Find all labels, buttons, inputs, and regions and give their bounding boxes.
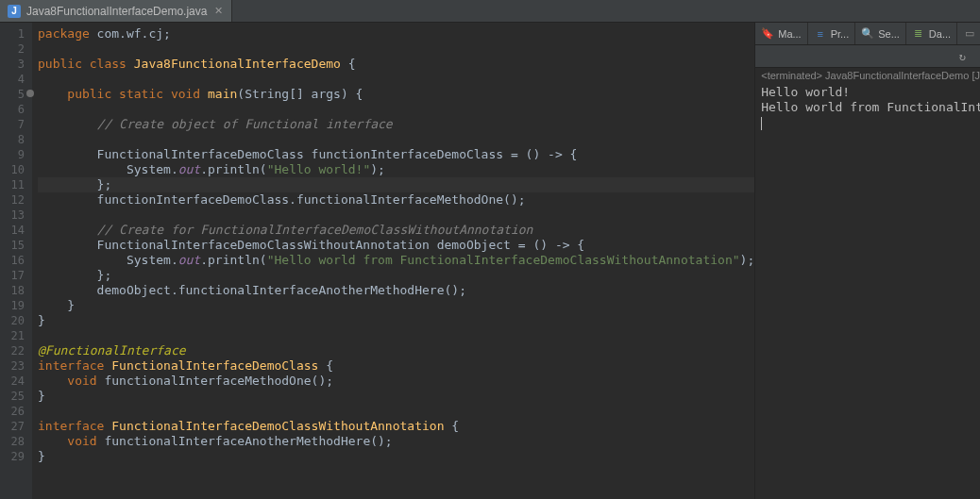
- code-area[interactable]: package com.wf.cj; public class Java8Fun…: [32, 23, 754, 499]
- line-number[interactable]: 22: [0, 343, 32, 358]
- code-line: void functionalInterfaceMethodOne();: [38, 374, 754, 389]
- code-line: }: [38, 313, 754, 328]
- code-line: interface FunctionalInterfaceDemoClassWi…: [38, 419, 754, 434]
- line-number[interactable]: 10: [0, 162, 32, 177]
- view-tab[interactable]: 🔍Se...: [855, 23, 906, 44]
- view-tab-icon: 🔍: [861, 27, 874, 41]
- view-tab-label: Se...: [878, 28, 900, 40]
- view-tab-label: Ma...: [778, 28, 801, 40]
- line-number[interactable]: 16: [0, 253, 32, 268]
- main-split: 1234567891011121314151617181920212223242…: [0, 23, 980, 499]
- view-tab[interactable]: ≣Da...: [906, 23, 957, 44]
- code-line: interface FunctionalInterfaceDemoClass {: [38, 358, 754, 374]
- code-line: FunctionalInterfaceDemoClass functionInt…: [38, 147, 754, 162]
- code-line: System.out.println("Hello world!");: [38, 162, 754, 177]
- view-tab[interactable]: ≡Pr...: [808, 23, 856, 44]
- line-number[interactable]: 21: [0, 328, 32, 343]
- line-number[interactable]: 17: [0, 268, 32, 283]
- line-number[interactable]: 1: [0, 26, 32, 42]
- caret-icon: [761, 117, 762, 130]
- line-number[interactable]: 20: [0, 313, 32, 328]
- view-tab-label: Da...: [929, 28, 951, 40]
- code-line: // Create object of Functional interface: [38, 117, 754, 132]
- line-number[interactable]: 9: [0, 147, 32, 162]
- editor-tab-active[interactable]: J Java8FunctionalInterfaceDemo.java ✕: [0, 0, 232, 22]
- editor-pane: 1234567891011121314151617181920212223242…: [0, 23, 754, 499]
- line-number[interactable]: 15: [0, 238, 32, 253]
- line-number[interactable]: 14: [0, 223, 32, 238]
- view-tab-bar: 🔖Ma...≡Pr...🔍Se...≣Da...▭Sn...▤Co...✕▶Pr…: [755, 23, 980, 45]
- code-line: }: [38, 298, 754, 313]
- line-number[interactable]: 28: [0, 434, 32, 449]
- line-number[interactable]: 12: [0, 192, 32, 208]
- line-number[interactable]: 7: [0, 117, 32, 132]
- code-line: System.out.println("Hello world from Fun…: [38, 253, 754, 268]
- line-number[interactable]: 29: [0, 449, 32, 464]
- code-line: [38, 102, 754, 117]
- code-line: public class Java8FunctionalInterfaceDem…: [38, 57, 754, 72]
- line-number[interactable]: 3: [0, 57, 32, 72]
- view-tab-label: Pr...: [831, 28, 850, 40]
- code-line: // Create for FunctionalInterfaceDemoCla…: [38, 223, 754, 238]
- console-toolbar: ↻■✖✖⁺📄📑📋🔗🔗🖥▾📁▾: [755, 45, 980, 68]
- line-number[interactable]: 18: [0, 283, 32, 298]
- line-number[interactable]: 4: [0, 72, 32, 87]
- code-line: @FunctionalInterface: [38, 343, 754, 358]
- code-line: package com.wf.cj;: [38, 26, 754, 42]
- console-line: Hello world!: [761, 85, 980, 100]
- code-line: FunctionalInterfaceDemoClassWithoutAnnot…: [38, 238, 754, 253]
- line-number[interactable]: 23: [0, 358, 32, 374]
- line-number[interactable]: 2: [0, 42, 32, 57]
- code-line: [38, 208, 754, 223]
- code-line: public static void main(String[] args) {: [38, 87, 754, 102]
- code-line: };: [38, 268, 754, 283]
- line-number[interactable]: 27: [0, 419, 32, 434]
- line-number[interactable]: 11: [0, 177, 32, 192]
- java-file-icon: J: [8, 5, 21, 18]
- console-status-line: <terminated> Java8FunctionalInterfaceDem…: [755, 68, 980, 83]
- console-caret-line: [761, 115, 980, 130]
- editor-tab-bar: J Java8FunctionalInterfaceDemo.java ✕: [0, 0, 980, 23]
- code-line: void functionalInterfaceAnotherMethodHer…: [38, 434, 754, 449]
- view-tab-icon: ≡: [814, 27, 827, 41]
- close-icon[interactable]: ✕: [212, 6, 224, 17]
- code-line: [38, 404, 754, 419]
- toolbar-button[interactable]: ■: [976, 48, 980, 65]
- code-line: [38, 132, 754, 147]
- right-pane: 🔖Ma...≡Pr...🔍Se...≣Da...▭Sn...▤Co...✕▶Pr…: [754, 23, 980, 499]
- code-line: [38, 72, 754, 87]
- code-line: [38, 328, 754, 343]
- line-number[interactable]: 13: [0, 208, 32, 223]
- line-number-gutter: 1234567891011121314151617181920212223242…: [0, 23, 32, 499]
- line-number[interactable]: 6: [0, 102, 32, 117]
- code-line: functionInterfaceDemoClass.functionalInt…: [38, 192, 754, 208]
- code-line: }: [38, 389, 754, 404]
- view-tab-icon: 🔖: [761, 27, 774, 41]
- editor-tab-title: Java8FunctionalInterfaceDemo.java: [26, 5, 207, 18]
- console-output[interactable]: Hello world!Hello world from FunctionalI…: [755, 83, 980, 136]
- code-line: };: [38, 177, 754, 192]
- line-number[interactable]: 8: [0, 132, 32, 147]
- view-tab-icon: ▭: [963, 27, 976, 41]
- view-tab-icon: ≣: [912, 27, 925, 41]
- line-number[interactable]: 5: [0, 87, 32, 102]
- code-line: [38, 42, 754, 57]
- view-tab[interactable]: 🔖Ma...: [755, 23, 807, 44]
- code-line: demoObject.functionalInterfaceAnotherMet…: [38, 283, 754, 298]
- line-number[interactable]: 25: [0, 389, 32, 404]
- console-line: Hello world from FunctionalInterfaceDemo…: [761, 100, 980, 115]
- line-number[interactable]: 26: [0, 404, 32, 419]
- line-number[interactable]: 19: [0, 298, 32, 313]
- view-tab[interactable]: ▭Sn...: [957, 23, 980, 44]
- code-line: }: [38, 449, 754, 464]
- toolbar-button[interactable]: ↻: [954, 48, 971, 65]
- line-number[interactable]: 24: [0, 374, 32, 389]
